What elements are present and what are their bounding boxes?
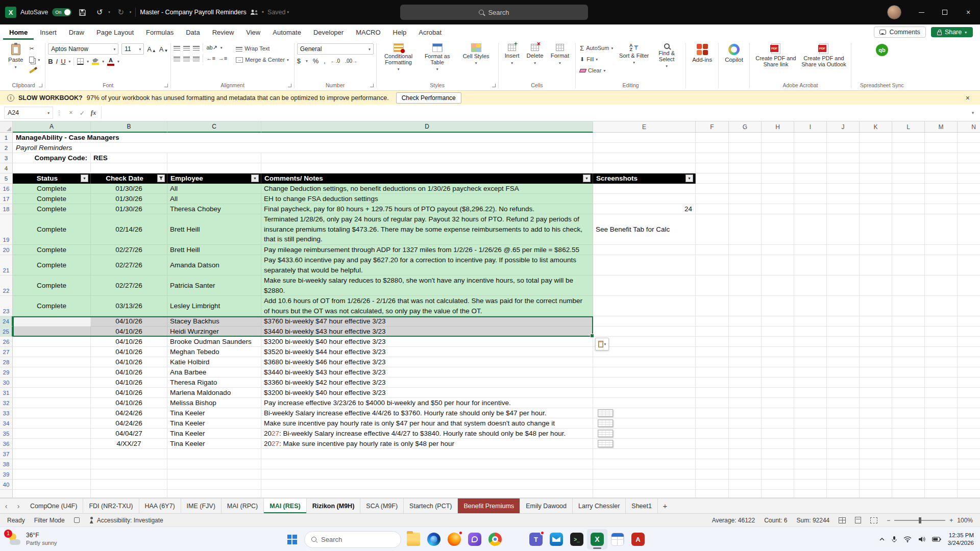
cell-D26[interactable]: $3200 bi-weekly $40 hour effective 3/23 [261, 337, 593, 347]
ribbon-tab-macro[interactable]: MACRO [350, 24, 386, 40]
cell[interactable] [696, 194, 729, 204]
cell[interactable] [91, 449, 167, 459]
cell[interactable] [261, 163, 593, 173]
cell[interactable] [958, 449, 980, 459]
cell-B25[interactable]: 04/10/26 [91, 327, 167, 337]
cell-D20[interactable]: Pay mileage reimbursement through ADP fo… [261, 245, 593, 255]
cell[interactable] [593, 143, 696, 153]
cell-A25[interactable] [13, 327, 91, 337]
cell[interactable] [593, 480, 696, 490]
cell[interactable] [13, 163, 91, 173]
cell[interactable] [925, 255, 958, 276]
cell[interactable] [696, 163, 729, 173]
cell-B19[interactable]: 02/14/26 [91, 214, 167, 245]
row-header-34[interactable]: 34 [0, 418, 13, 429]
cell[interactable] [729, 214, 762, 245]
cell-C27[interactable]: Meghan Tebedo [167, 347, 261, 357]
cell-B31[interactable]: 04/10/26 [91, 388, 167, 398]
cell[interactable] [827, 153, 860, 163]
cell[interactable] [827, 245, 860, 255]
ribbon-tab-view[interactable]: View [240, 24, 266, 40]
firefox-icon[interactable] [444, 529, 464, 549]
cell[interactable] [925, 388, 958, 398]
cell[interactable] [827, 255, 860, 276]
cell[interactable] [860, 194, 892, 204]
row-header-31[interactable]: 31 [0, 388, 13, 398]
number-format-select[interactable]: General▾ [297, 43, 374, 55]
cell-E35[interactable] [593, 429, 696, 439]
cell[interactable] [794, 296, 827, 316]
cell[interactable] [892, 480, 925, 490]
cell-A29[interactable] [13, 367, 91, 378]
cell[interactable] [827, 133, 860, 143]
cell-A16[interactable]: Complete [13, 184, 91, 194]
cell[interactable] [827, 429, 860, 439]
cell-C31[interactable]: Marlena Maldonado [167, 388, 261, 398]
cell-D36[interactable]: 2027: Make sure incentive pay hourly rat… [261, 439, 593, 449]
column-header-M[interactable]: M [925, 121, 958, 133]
cell[interactable] [729, 276, 762, 296]
cell-E29[interactable] [593, 367, 696, 378]
cell[interactable] [762, 337, 794, 347]
redo-dropdown-icon[interactable]: ▾ [130, 10, 132, 14]
saved-status[interactable]: Saved [267, 9, 285, 16]
cell[interactable] [729, 398, 762, 408]
cell[interactable] [762, 439, 794, 449]
cell-D23[interactable]: Add 10.6 hours of OT from 1/26/26 - 2/1/… [261, 296, 593, 316]
sheet-tab-sheet1[interactable]: Sheet1 [626, 498, 658, 513]
cell[interactable] [925, 296, 958, 316]
cell-D22[interactable]: Make sure bi-weekly salary reduces to $2… [261, 276, 593, 296]
fill-button[interactable]: ⬇Fill▾ [578, 55, 615, 64]
cell[interactable] [762, 408, 794, 418]
cell[interactable] [696, 184, 729, 194]
taskbar-search-input[interactable]: Search [304, 531, 401, 548]
cell[interactable] [925, 439, 958, 449]
row-header-1[interactable]: 1 [0, 133, 13, 143]
cell[interactable] [860, 296, 892, 316]
row-header-37[interactable]: 37 [0, 449, 13, 459]
cell[interactable] [892, 316, 925, 327]
fill-color-button[interactable] [92, 58, 99, 65]
cell[interactable] [696, 347, 729, 357]
column-header-J[interactable]: J [827, 121, 860, 133]
cell[interactable] [892, 184, 925, 194]
cell[interactable] [729, 408, 762, 418]
cancel-icon[interactable]: × [65, 109, 77, 116]
acrobat-icon[interactable] [628, 529, 648, 549]
cell[interactable] [958, 418, 980, 429]
cell[interactable] [762, 316, 794, 327]
ribbon-tab-help[interactable]: Help [387, 24, 413, 40]
align-right-button[interactable] [193, 56, 200, 61]
cell[interactable] [794, 153, 827, 163]
cell[interactable] [696, 337, 729, 347]
cell[interactable] [892, 367, 925, 378]
cell[interactable] [860, 367, 892, 378]
cell[interactable] [794, 459, 827, 469]
row-header-end[interactable] [0, 490, 13, 498]
cell-C33[interactable]: Tina Keeler [167, 408, 261, 418]
find-select-button[interactable]: Find & Select▾ [650, 42, 683, 69]
cell[interactable] [925, 490, 958, 498]
cell[interactable] [925, 347, 958, 357]
column-header-A[interactable]: A [13, 121, 91, 133]
cell[interactable] [696, 398, 729, 408]
row-header-27[interactable]: 27 [0, 347, 13, 357]
cell[interactable] [696, 214, 729, 245]
cell[interactable] [593, 449, 696, 459]
cell[interactable] [762, 388, 794, 398]
cell[interactable] [762, 184, 794, 194]
orientation-button[interactable]: ab↗ [206, 44, 217, 51]
row-header-38[interactable]: 38 [0, 459, 13, 469]
cell-A31[interactable] [13, 388, 91, 398]
sheet-title-cell[interactable]: ManageAbility - Case Managers [13, 133, 593, 143]
cell[interactable] [827, 367, 860, 378]
cell-D34[interactable]: Make sure incentive pay hourly rate is o… [261, 418, 593, 429]
middle-align-button[interactable] [183, 45, 190, 51]
cell[interactable] [827, 347, 860, 357]
tab-scroll-left-icon[interactable]: ‹ [0, 498, 12, 513]
cell[interactable] [958, 327, 980, 337]
zoom-out-icon[interactable]: − [887, 517, 890, 524]
cell[interactable] [860, 276, 892, 296]
cell[interactable] [827, 398, 860, 408]
cell[interactable] [762, 347, 794, 357]
